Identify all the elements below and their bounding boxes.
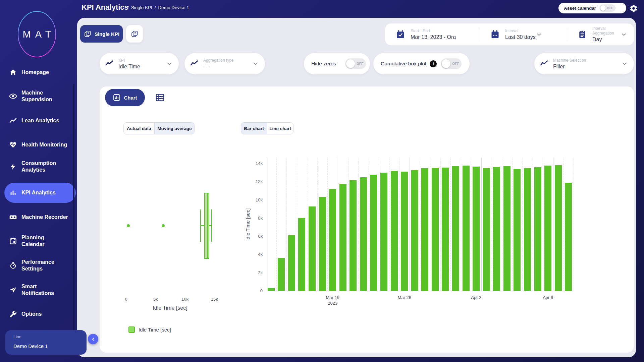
aggregation-trend-icon — [190, 59, 199, 68]
gridline — [410, 158, 410, 291]
chevron-down-icon[interactable] — [621, 31, 627, 38]
machine-selection-select[interactable]: Machine Selection Filler — [534, 53, 634, 74]
gridline — [286, 158, 287, 291]
sidebar-item-homepage[interactable]: Homepage — [0, 66, 77, 78]
hide-zeros-toggle[interactable]: OFF — [345, 58, 366, 69]
bar-y-tick-label: 10k — [244, 197, 263, 202]
bar[interactable] — [473, 167, 480, 291]
bar[interactable] — [411, 170, 418, 291]
breadcrumb-device[interactable]: Demo Device 1 — [158, 5, 189, 10]
bar[interactable] — [268, 288, 275, 291]
sidebar-item-smart-notifications[interactable]: Smart Notifications — [0, 282, 77, 298]
calendar-check-icon — [396, 30, 405, 39]
sidebar-item-kpi-analytics[interactable]: KPI Analytics — [4, 183, 76, 203]
breadcrumb-single-kpi[interactable]: Single KPI — [131, 5, 152, 10]
gridline — [522, 158, 523, 291]
bar[interactable] — [565, 183, 572, 291]
bar[interactable] — [350, 180, 357, 291]
aggregation-type-select[interactable]: Aggregation type --- — [184, 53, 265, 74]
lightning-bolt-icon — [9, 162, 17, 171]
bar-y-tick-label: 4k — [244, 252, 263, 257]
tab-single-kpi[interactable]: 1 Single KPI — [80, 25, 123, 43]
toggle-state: OFF — [452, 62, 459, 66]
bar[interactable] — [524, 168, 531, 291]
bar[interactable] — [329, 189, 336, 291]
tab-multi-kpi[interactable]: 2 — [126, 25, 143, 43]
bar-x-tick-label: Mar 26 — [388, 295, 421, 300]
sidebar-item-label: Smart Notifications — [21, 283, 68, 297]
bar[interactable] — [514, 169, 521, 291]
bar[interactable] — [278, 258, 285, 291]
gridline — [430, 158, 430, 291]
start-end-field[interactable]: Start - End Mar 13, 2023 - Ora — [396, 23, 456, 45]
bar[interactable] — [401, 172, 408, 291]
sidebar-item-label: Homepage — [21, 69, 68, 76]
bar[interactable] — [370, 175, 377, 291]
bar[interactable] — [442, 168, 449, 291]
gridline — [297, 158, 297, 291]
calendar-icon — [9, 237, 17, 245]
bar[interactable] — [309, 206, 316, 291]
send-icon — [9, 286, 17, 294]
sidebar-item-lean-analytics[interactable]: Lean Analytics — [0, 115, 77, 127]
start-end-value: Mar 13, 2023 - Ora — [411, 34, 456, 40]
sidebar-item-label: Lean Analytics — [21, 117, 68, 124]
kpi-select[interactable]: KPI Idle Time — [100, 53, 179, 74]
bar-y-tick-label: 0 — [244, 288, 263, 293]
bar[interactable] — [483, 168, 490, 291]
chevron-left-icon — [91, 337, 96, 342]
bar[interactable] — [339, 184, 346, 291]
gridline — [512, 158, 513, 291]
mat-logo: MAT — [16, 9, 58, 59]
bar[interactable] — [288, 235, 295, 291]
sidebar-item-machine-supervision[interactable]: Machine Supervision — [0, 88, 77, 105]
bar[interactable] — [432, 168, 439, 291]
asset-calendar-toggle-pill[interactable]: Asset calendar OFF — [558, 3, 626, 13]
chevron-down-icon[interactable] — [166, 60, 173, 67]
bar[interactable] — [503, 166, 511, 291]
interval-field[interactable]: Interval Last 30 days — [490, 23, 556, 45]
bar[interactable] — [391, 171, 398, 291]
info-icon[interactable]: i — [430, 60, 437, 67]
sidebar-item-planning-calendar[interactable]: Planning Calendar — [0, 233, 77, 249]
bar[interactable] — [534, 167, 541, 291]
bar[interactable] — [452, 166, 459, 291]
bar[interactable] — [493, 167, 500, 291]
bar[interactable] — [421, 168, 428, 291]
sidebar-scrollbar[interactable] — [73, 84, 74, 337]
asset-calendar-toggle[interactable]: OFF — [599, 4, 615, 12]
sidebar-collapse-button[interactable] — [88, 334, 98, 344]
sidebar-item-label: Machine Supervision — [21, 89, 68, 103]
sidebar-item-options[interactable]: Options — [0, 308, 77, 320]
bar-x-tick-sublabel: 2023 — [316, 301, 350, 306]
bar[interactable] — [544, 166, 551, 291]
gridline — [440, 158, 441, 291]
bar[interactable] — [298, 218, 305, 291]
gridline — [553, 158, 553, 291]
toggle-state: OFF — [607, 6, 613, 10]
chevron-down-icon[interactable] — [536, 31, 542, 38]
gridline — [369, 158, 369, 291]
gridline — [327, 158, 328, 291]
bar[interactable] — [463, 166, 470, 291]
sidebar-item-machine-recorder[interactable]: Machine Recorder — [0, 211, 77, 223]
bar[interactable] — [380, 173, 387, 291]
settings-gear-button[interactable] — [629, 3, 639, 13]
sidebar-item-consumption-analytics[interactable]: Consumption Analytics — [0, 158, 77, 175]
chevron-down-icon[interactable] — [621, 60, 628, 67]
sidebar-item-performance-settings[interactable]: Performance Settings — [0, 257, 77, 274]
bar[interactable] — [555, 165, 562, 291]
bar[interactable] — [319, 197, 326, 291]
recorder-icon — [9, 213, 17, 222]
sidebar-item-health-monitoring[interactable]: Health Monitoring — [0, 139, 77, 151]
cumulative-box-plot-toggle[interactable]: OFF — [441, 58, 462, 69]
chevron-down-icon[interactable] — [252, 60, 259, 67]
device-card[interactable]: Line Demo Device 1 — [5, 330, 87, 355]
plots-layer: 05k10k15k Idle Time [sec] 02k4k6k8k10k12… — [100, 86, 634, 353]
logo-text: MAT — [16, 9, 58, 59]
gridline — [317, 158, 318, 291]
sidebar-item-label: Health Monitoring — [21, 141, 68, 148]
kpi-value: Idle Time — [118, 64, 166, 70]
bar[interactable] — [360, 177, 367, 291]
interval-aggregation-field[interactable]: Interval Aggregation Day — [578, 23, 627, 45]
